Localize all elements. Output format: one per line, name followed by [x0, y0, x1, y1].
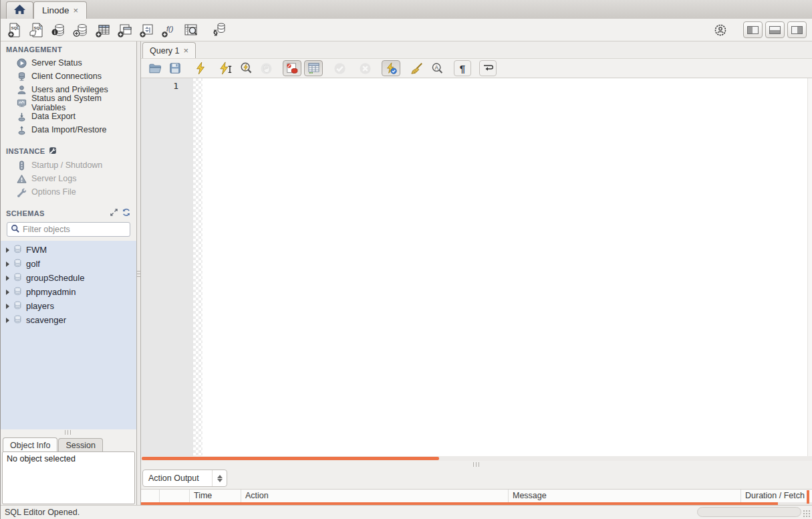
- output-type-select[interactable]: Action Output: [142, 470, 227, 487]
- sidebar-item-client-connections[interactable]: Client Connections: [1, 70, 136, 83]
- database-icon: [13, 272, 23, 284]
- toggle-right-sidebar-icon[interactable]: [787, 21, 807, 38]
- sidebar: MANAGEMENT Server Status Client Connecti…: [1, 41, 136, 505]
- sidebar-item-data-export[interactable]: Data Export: [1, 110, 136, 123]
- explain-icon[interactable]: [237, 60, 255, 76]
- management-section-title: MANAGEMENT: [1, 41, 136, 56]
- svg-text:f(): f(): [166, 25, 174, 33]
- new-sql-tab-icon[interactable]: SQL: [6, 21, 23, 39]
- output-splitter[interactable]: [141, 461, 812, 468]
- line-number-gutter: 1: [141, 78, 193, 456]
- sidebar-item-startup-shutdown[interactable]: Startup / Shutdown: [1, 159, 136, 172]
- tab-object-info[interactable]: Object Info: [3, 437, 57, 451]
- expander-icon[interactable]: [6, 262, 9, 267]
- toggle-left-sidebar-icon[interactable]: [743, 21, 763, 38]
- commit-icon[interactable]: [331, 60, 348, 76]
- tab-session[interactable]: Session: [58, 438, 102, 451]
- data-export-icon: [16, 111, 27, 122]
- toggle-autocommit-icon[interactable]: [382, 60, 400, 76]
- close-icon[interactable]: ×: [183, 46, 188, 55]
- schema-item-fwm[interactable]: FWM: [1, 243, 136, 257]
- schema-item-players[interactable]: players: [1, 299, 136, 313]
- server-logs-icon: [16, 173, 27, 184]
- search-icon: [11, 224, 20, 235]
- output-table-header: Time Action Message Duration / Fetch: [141, 489, 812, 502]
- refresh-icon[interactable]: [122, 208, 131, 218]
- sidebar-item-options-file[interactable]: Options File: [1, 185, 136, 199]
- query-tab[interactable]: Query 1 ×: [142, 42, 196, 58]
- schema-filter-input[interactable]: [23, 225, 126, 234]
- sidebar-splitter[interactable]: [136, 41, 141, 505]
- create-function-icon[interactable]: f(): [160, 21, 178, 39]
- svg-text:SQL: SQL: [34, 26, 43, 30]
- sql-text-area[interactable]: [202, 78, 807, 456]
- expander-icon[interactable]: [6, 247, 9, 253]
- connection-tabbar: Linode ×: [1, 0, 812, 19]
- column-header-empty2[interactable]: [160, 490, 190, 502]
- sidebar-bottom-splitter[interactable]: [1, 429, 136, 435]
- create-table-icon[interactable]: [94, 21, 112, 39]
- schema-inspector-icon[interactable]: [50, 21, 67, 39]
- editor-horizontal-scrollbar[interactable]: [141, 456, 812, 461]
- options-file-icon: [16, 187, 27, 197]
- sidebar-item-data-import[interactable]: Data Import/Restore: [1, 123, 136, 136]
- show-invisibles-icon[interactable]: ¶: [454, 60, 471, 76]
- column-header-duration[interactable]: Duration / Fetch: [741, 490, 812, 502]
- toggle-stop-on-error-icon[interactable]: [283, 60, 301, 76]
- find-icon[interactable]: A: [428, 60, 446, 76]
- expand-icon[interactable]: [110, 208, 118, 218]
- database-icon: [13, 286, 23, 298]
- connection-tab-linode[interactable]: Linode ×: [33, 1, 87, 19]
- expander-icon[interactable]: [6, 318, 9, 323]
- open-sql-script-icon[interactable]: SQL: [28, 21, 45, 39]
- expander-icon[interactable]: [6, 290, 9, 295]
- expander-icon[interactable]: [6, 276, 9, 281]
- spinner-icon[interactable]: [212, 470, 227, 486]
- scrollbar-thumb[interactable]: [142, 457, 439, 460]
- wrap-text-icon[interactable]: [479, 60, 497, 76]
- expander-icon[interactable]: [6, 304, 9, 309]
- toggle-output-area-icon[interactable]: [765, 21, 785, 38]
- stop-icon[interactable]: [257, 60, 275, 76]
- fold-margin: [193, 78, 202, 456]
- create-schema-icon[interactable]: [72, 21, 90, 39]
- execute-current-icon[interactable]: [217, 60, 235, 76]
- object-info-tabbar: Object Info Session: [1, 435, 136, 451]
- sql-editor[interactable]: 1: [141, 78, 812, 456]
- schema-item-groupschedule[interactable]: groupSchedule: [1, 271, 136, 285]
- output-vertical-scrollbar[interactable]: [807, 490, 809, 504]
- query-tabstrip: Query 1 ×: [141, 41, 812, 58]
- column-header-message[interactable]: Message: [509, 490, 741, 502]
- schema-item-golf[interactable]: golf: [1, 257, 136, 271]
- create-view-icon[interactable]: [116, 21, 134, 39]
- database-icon: [13, 300, 23, 312]
- progress-indicator: [697, 507, 801, 517]
- sidebar-item-server-status[interactable]: Server Status: [1, 56, 136, 70]
- save-icon[interactable]: [166, 60, 184, 76]
- close-icon[interactable]: ×: [74, 6, 79, 15]
- sidebar-item-server-logs[interactable]: Server Logs: [1, 172, 136, 185]
- data-import-icon: [16, 124, 27, 135]
- schema-item-phpmyadmin[interactable]: phpmyadmin: [1, 285, 136, 299]
- sidebar-item-system-variables[interactable]: Status and System Variables: [1, 96, 136, 110]
- editor-vertical-scrollbar[interactable]: [807, 78, 812, 456]
- home-tab[interactable]: [6, 1, 33, 19]
- limit-rows-icon[interactable]: [304, 60, 323, 76]
- clear-icon[interactable]: [408, 60, 426, 76]
- open-file-icon[interactable]: [146, 60, 164, 76]
- connection-tab-label: Linode: [42, 5, 70, 15]
- schema-item-scavenger[interactable]: scavenger: [1, 313, 136, 327]
- line-number: 1: [141, 80, 178, 92]
- column-header-time[interactable]: Time: [190, 490, 241, 502]
- account-gear-icon[interactable]: [712, 21, 729, 39]
- status-bar: SQL Editor Opened.: [1, 505, 812, 519]
- rollback-icon[interactable]: [356, 60, 374, 76]
- column-header-empty1[interactable]: [141, 490, 160, 502]
- reconnect-dbms-icon[interactable]: [210, 21, 227, 39]
- create-procedure-icon[interactable]: [138, 21, 156, 39]
- column-header-action[interactable]: Action: [241, 490, 509, 502]
- execute-icon[interactable]: [192, 60, 209, 76]
- resize-grip-icon[interactable]: [803, 510, 811, 518]
- search-table-data-icon[interactable]: [182, 21, 200, 39]
- client-connections-icon: [16, 71, 27, 82]
